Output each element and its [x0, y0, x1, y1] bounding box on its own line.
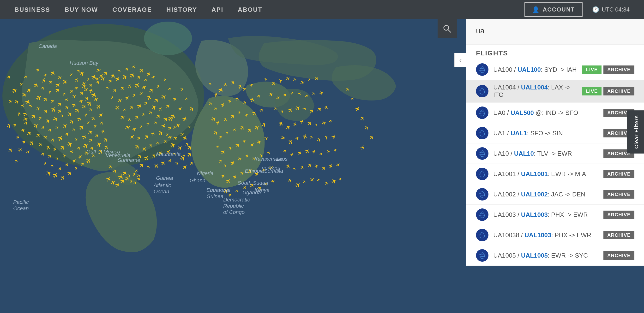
flight-badges: ARCHIVE — [604, 170, 634, 178]
svg-point-7 — [478, 108, 487, 117]
search-icon-button[interactable] — [438, 19, 457, 38]
nav-right: 👤 ACCOUNT 🕐 UTC 04:34 — [524, 2, 630, 17]
flight-airline-icon — [476, 168, 488, 180]
archive-button[interactable]: ARCHIVE — [604, 231, 634, 239]
flight-search-input[interactable] — [476, 26, 634, 37]
archive-button[interactable]: ARCHIVE — [604, 251, 634, 260]
flight-text: UA1003 / UAL1003: PHX -> EWR — [493, 211, 599, 219]
flight-badges: LIVEARCHIVE — [582, 65, 634, 74]
search-panel: FLIGHTS UA100 / UAL100: SYD -> IAHLIVEAR… — [466, 19, 644, 266]
svg-point-6 — [478, 86, 487, 96]
svg-point-9 — [478, 149, 487, 158]
flight-text: UA1 / UAL1: SFO -> SIN — [493, 129, 599, 137]
nav-history[interactable]: HISTORY — [166, 6, 197, 13]
navbar: BUSINESS BUY NOW COVERAGE HISTORY API AB… — [0, 0, 644, 19]
clear-filters-button[interactable]: Clear Filters — [627, 110, 644, 153]
nav-links: BUSINESS BUY NOW COVERAGE HISTORY API AB… — [14, 6, 262, 13]
svg-point-12 — [478, 210, 487, 220]
flight-badges: LIVEARCHIVE — [582, 87, 634, 95]
archive-button[interactable]: ARCHIVE — [604, 190, 634, 199]
flight-airline-icon — [476, 127, 488, 139]
flight-text: UA100 / UAL100: SYD -> IAH — [493, 66, 578, 73]
flight-row[interactable]: UA1003 / UAL1003: PHX -> EWRARCHIVE — [466, 205, 644, 225]
flight-text: UA10038 / UAL1003: PHX -> EWR — [493, 232, 599, 239]
live-badge: LIVE — [582, 65, 602, 74]
flight-airline-icon — [476, 147, 488, 160]
svg-point-11 — [478, 190, 487, 199]
svg-point-2 — [144, 21, 192, 55]
svg-point-14 — [478, 251, 487, 260]
account-button[interactable]: 👤 ACCOUNT — [524, 2, 582, 17]
flight-text: UA1004 / UAL1004: LAX -> ITO — [493, 84, 578, 99]
flight-row[interactable]: UA1 / UAL1: SFO -> SINARCHIVE — [466, 123, 644, 143]
svg-line-4 — [448, 29, 451, 32]
flight-row[interactable]: UA1002 / UAL1002: JAC -> DENARCHIVE — [466, 184, 644, 205]
flight-text: UA1002 / UAL1002: JAC -> DEN — [493, 191, 599, 198]
archive-button[interactable]: ARCHIVE — [604, 87, 634, 95]
flight-text: UA1005 / UAL1005: EWR -> SYC — [493, 252, 599, 259]
search-input-wrapper — [466, 19, 644, 45]
flight-airline-icon — [476, 106, 488, 119]
account-label: ACCOUNT — [543, 6, 575, 13]
flight-airline-icon — [476, 208, 488, 221]
flight-badges: ARCHIVE — [604, 231, 634, 239]
collapse-panel-button[interactable]: ‹ — [454, 53, 466, 67]
search-icon — [443, 24, 452, 33]
flight-airline-icon — [476, 229, 488, 241]
nav-api[interactable]: API — [212, 6, 223, 13]
collapse-arrow-icon: ‹ — [459, 56, 462, 64]
utc-time: UTC 04:34 — [602, 6, 630, 13]
svg-point-13 — [478, 230, 487, 240]
flight-row[interactable]: UA100 / UAL100: SYD -> IAHLIVEARCHIVE — [466, 59, 644, 80]
flight-row[interactable]: UA0 / UAL500 @: IND -> SFOARCHIVE — [466, 103, 644, 123]
svg-point-10 — [478, 169, 487, 179]
flight-airline-icon — [476, 249, 488, 262]
flight-text: UA10 / UAL10: TLV -> EWR — [493, 150, 599, 157]
flight-airline-icon — [476, 85, 488, 97]
svg-point-5 — [478, 65, 487, 74]
archive-button[interactable]: ARCHIVE — [604, 65, 634, 74]
flight-row[interactable]: UA1004 / UAL1004: LAX -> ITOLIVEARCHIVE — [466, 80, 644, 103]
flight-row[interactable]: UA10 / UAL10: TLV -> EWRARCHIVE — [466, 143, 644, 164]
archive-button[interactable]: ARCHIVE — [604, 170, 634, 178]
svg-point-8 — [478, 128, 487, 138]
nav-buy-now[interactable]: BUY NOW — [64, 6, 98, 13]
account-icon: 👤 — [532, 6, 540, 13]
flights-section-header: FLIGHTS — [466, 45, 644, 59]
flight-badges: ARCHIVE — [604, 251, 634, 260]
flight-text: UA0 / UAL500 @: IND -> SFO — [493, 109, 599, 117]
flight-badges: ARCHIVE — [604, 211, 634, 219]
flight-text: UA1001 / UAL1001: EWR -> MIA — [493, 170, 599, 178]
flight-airline-icon — [476, 63, 488, 76]
nav-coverage[interactable]: COVERAGE — [112, 6, 152, 13]
flight-row[interactable]: UA10038 / UAL1003: PHX -> EWRARCHIVE — [466, 225, 644, 245]
flights-list: UA100 / UAL100: SYD -> IAHLIVEARCHIVE UA… — [466, 59, 644, 266]
clock-icon: 🕐 — [592, 6, 599, 13]
flight-row[interactable]: UA1005 / UAL1005: EWR -> SYCARCHIVE — [466, 245, 644, 266]
nav-business[interactable]: BUSINESS — [14, 6, 50, 13]
flight-airline-icon — [476, 188, 488, 201]
live-badge: LIVE — [582, 87, 602, 95]
flight-row[interactable]: UA1001 / UAL1001: EWR -> MIAARCHIVE — [466, 164, 644, 184]
flight-badges: ARCHIVE — [604, 190, 634, 199]
nav-about[interactable]: ABOUT — [238, 6, 262, 13]
utc-display: 🕐 UTC 04:34 — [592, 6, 630, 13]
archive-button[interactable]: ARCHIVE — [604, 211, 634, 219]
